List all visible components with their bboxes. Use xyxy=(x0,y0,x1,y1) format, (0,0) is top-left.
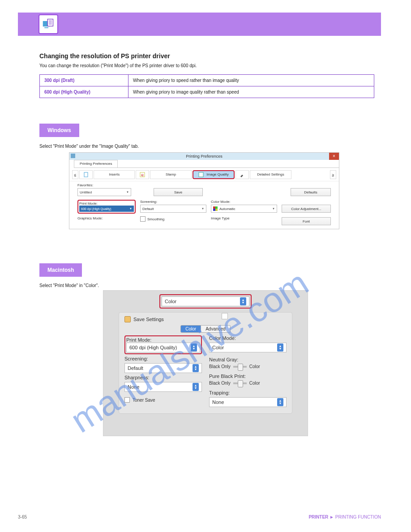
svg-rect-1 xyxy=(44,27,48,28)
dialog-title: Printing Preferences xyxy=(186,154,223,159)
updown-arrows-icon: ▲▼ xyxy=(277,398,283,406)
panel-select-value: Color xyxy=(165,299,176,304)
screening-col: Screening: Default ▼ Smoothing xyxy=(140,200,206,225)
colormode-col: Color Mode: Automatic ▼ Image Type xyxy=(211,200,277,225)
detailed-button[interactable]: Detailed Settings xyxy=(250,170,291,179)
colormode-select[interactable]: Color ▲▼ xyxy=(209,343,287,352)
tab-main[interactable]: Printing Preferences xyxy=(74,160,118,167)
toolbar: ≤ Inserts 秘 Stamp Image Quality Detailed… xyxy=(69,168,339,181)
save-settings-row: Save Settings xyxy=(124,316,287,322)
monitor-doc-icon xyxy=(42,18,55,30)
colormode-value: Automatic xyxy=(219,207,272,211)
print-mode-highlight: Print Mode: 600 dpi (High Quality) ▼ xyxy=(77,200,136,214)
table-row: 300 dpi (Draft) When giving priory to sp… xyxy=(40,75,374,86)
image-quality-icon xyxy=(198,172,204,177)
neutral-gray-slider[interactable]: Black Only Color xyxy=(209,364,287,369)
screening-select[interactable]: Default ▼ xyxy=(140,205,206,213)
lock-icon xyxy=(124,316,131,322)
inserts-button[interactable]: Inserts xyxy=(94,170,135,179)
svg-text:秘: 秘 xyxy=(141,174,144,176)
slider-track[interactable] xyxy=(233,382,247,384)
trapping-select[interactable]: None ▲▼ xyxy=(209,397,287,407)
printmode-select[interactable]: 600 dpi (High Quality) ▲▼ xyxy=(126,343,200,352)
save-button[interactable]: Save xyxy=(154,188,203,196)
colormode-label: Color Mode: xyxy=(209,335,287,341)
colormode-label: Color Mode: xyxy=(211,200,277,204)
page-number: 3-65 xyxy=(18,515,27,519)
defaults-button[interactable]: Defaults xyxy=(291,188,331,196)
trapping-label: Trapping: xyxy=(209,390,287,395)
inserts-icon xyxy=(79,170,93,179)
screening-value: Default xyxy=(128,365,143,371)
stamp-icon: 秘 xyxy=(136,170,149,179)
cell-desc: When giving priory to speed rather than … xyxy=(128,75,374,86)
updown-arrows-icon: ▲▼ xyxy=(277,343,283,352)
svg-rect-10 xyxy=(199,172,203,177)
imagetype-label: Image Type xyxy=(211,216,277,220)
scroll-right-button[interactable]: ≥ xyxy=(330,170,336,179)
scroll-left-button[interactable]: ≤ xyxy=(72,170,78,179)
color-label: Color xyxy=(249,381,260,386)
color-label: Color xyxy=(249,364,260,369)
resolution-table: 300 dpi (Draft) When giving priory to sp… xyxy=(39,74,374,98)
ghost-square xyxy=(222,313,228,319)
chevron-down-icon: ▼ xyxy=(201,207,204,210)
black-only-label: Black Only xyxy=(209,364,231,369)
favorites-value: Untitled xyxy=(80,190,92,194)
cell-label: 300 dpi (Draft) xyxy=(40,75,128,86)
font-button[interactable]: Font xyxy=(282,217,331,225)
seg-color[interactable]: Color xyxy=(180,325,201,333)
print-mode-select[interactable]: 600 dpi (High Quality) ▼ xyxy=(79,206,134,212)
neutral-gray-label: Neutral Gray: xyxy=(209,357,287,362)
color-adjustment-button[interactable]: Color Adjustment... xyxy=(282,205,331,213)
favorites-select[interactable]: Untitled ▼ xyxy=(77,188,131,196)
smoothing-checkbox[interactable] xyxy=(140,216,146,222)
chevron-down-icon: ▼ xyxy=(272,207,275,210)
footer-breadcrumb: PRINTER ► PRINTING FUNCTION xyxy=(308,515,381,519)
right-buttons-col: Color Adjustment... Font xyxy=(282,200,331,225)
wrench-icon xyxy=(240,172,245,177)
mac-columns: Print Mode: 600 dpi (High Quality) ▲▼ Sc… xyxy=(124,335,287,407)
svg-rect-12 xyxy=(215,206,218,209)
detailed-icon xyxy=(235,170,249,179)
image-quality-button[interactable]: Image Quality xyxy=(193,170,235,179)
save-settings-label[interactable]: Save Settings xyxy=(133,317,164,322)
close-icon[interactable]: × xyxy=(329,153,339,160)
sharpness-label: Sharpness: xyxy=(124,375,202,380)
graphics-mode-label: Graphics Mode: xyxy=(77,216,136,220)
pureblack-slider[interactable]: Black Only Color xyxy=(209,381,287,386)
stamp-button[interactable]: Stamp xyxy=(150,170,191,179)
stamp-glyph-icon: 秘 xyxy=(140,172,145,177)
printmode-label: Print Mode: xyxy=(126,337,200,343)
screening-select[interactable]: Default ▲▼ xyxy=(124,363,202,373)
macintosh-caption: Select "Print Mode" in "Color". xyxy=(39,283,99,288)
mac-dialog: Color ▲▼ Save Settings Color Advanced Pr… xyxy=(103,290,308,436)
updown-arrows-icon: ▲▼ xyxy=(191,343,197,352)
printmode-highlight: Print Mode: 600 dpi (High Quality) ▲▼ xyxy=(124,335,202,354)
svg-rect-13 xyxy=(213,209,215,211)
screening-label: Screening: xyxy=(140,200,206,204)
svg-rect-11 xyxy=(213,206,215,209)
printmode-value: 600 dpi (High Quality) xyxy=(129,345,177,350)
favorites-row: Untitled ▼ Save Defaults xyxy=(69,187,339,197)
updown-arrows-icon: ▲▼ xyxy=(193,364,199,372)
tonersave-checkbox[interactable] xyxy=(124,397,130,403)
segment-control: Color Advanced xyxy=(124,325,287,333)
page-icon xyxy=(83,172,89,177)
svg-rect-2 xyxy=(47,19,53,26)
pureblack-label: Pure Black Print: xyxy=(209,373,287,379)
macintosh-badge: Macintosh xyxy=(39,263,82,277)
colormode-select[interactable]: Automatic ▼ xyxy=(211,205,277,213)
top-select-highlight: Color ▲▼ xyxy=(159,294,252,309)
sharpness-select[interactable]: None ▲▼ xyxy=(124,382,202,392)
color-swatch-icon xyxy=(213,206,218,211)
slider-track[interactable] xyxy=(233,366,247,368)
favorites-label: Favorites: xyxy=(69,181,339,187)
chevron-down-icon: ▼ xyxy=(126,191,129,193)
black-only-label: Black Only xyxy=(209,381,231,386)
panel-select[interactable]: Color ▲▼ xyxy=(162,296,249,306)
print-mode-value: 600 dpi (High Quality) xyxy=(81,207,111,210)
printer-driver-icon xyxy=(39,14,58,34)
seg-advanced[interactable]: Advanced xyxy=(201,325,230,333)
screening-label: Screening: xyxy=(124,356,202,361)
